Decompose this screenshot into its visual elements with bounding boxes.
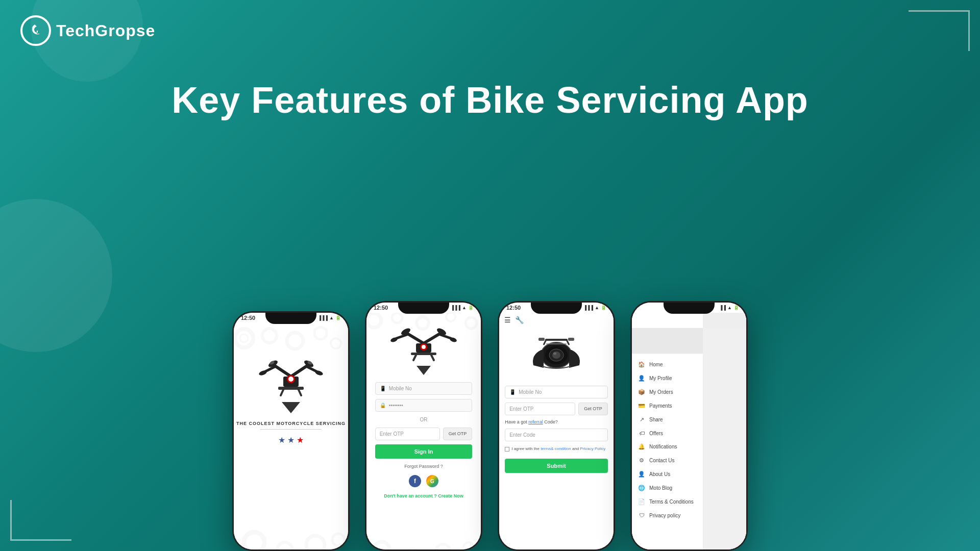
- menu-item-blog[interactable]: 🌐 Moto Blog: [632, 481, 703, 495]
- svg-rect-53: [538, 338, 545, 341]
- otp-row: Enter OTP Get OTP: [375, 428, 472, 440]
- time-3: 12:50: [506, 305, 521, 311]
- menu-label-about: About Us: [649, 471, 670, 477]
- svg-point-23: [288, 377, 293, 382]
- svg-rect-24: [278, 387, 304, 390]
- svg-point-4: [287, 333, 303, 349]
- svg-point-31: [465, 317, 477, 329]
- svg-point-59: [553, 353, 556, 355]
- hamburger-icon[interactable]: ☰: [504, 316, 511, 324]
- social-icons: f G: [375, 475, 472, 487]
- offers-icon: 🏷: [638, 430, 645, 436]
- menu-item-notifications[interactable]: 🔔 Notifications: [632, 440, 703, 454]
- svg-point-5: [314, 327, 327, 339]
- menu-item-payments[interactable]: 💳 Payments: [632, 399, 703, 413]
- svg-rect-54: [568, 338, 574, 341]
- otp-content: ☰ 🔧: [499, 313, 614, 549]
- menu-panel: 🏠 Home 👤 My Profile 📦 My Orders 💳 Paymen…: [632, 313, 703, 549]
- menu-item-contact[interactable]: ⚙ Contact Us: [632, 454, 703, 467]
- svg-point-30: [446, 313, 455, 321]
- menu-item-profile[interactable]: 👤 My Profile: [632, 371, 703, 385]
- privacy-link[interactable]: Privacy Policy: [580, 446, 606, 451]
- menu-item-offers[interactable]: 🏷 Offers: [632, 427, 703, 440]
- create-now-link[interactable]: Create Now: [438, 493, 463, 498]
- splash-divider: [260, 429, 322, 430]
- menu-label-contact: Contact Us: [649, 458, 674, 463]
- svg-point-32: [374, 542, 390, 549]
- mobile-no-input[interactable]: 📱 Mobile No: [505, 386, 608, 398]
- menu-label-profile: My Profile: [649, 375, 672, 381]
- phone-menu: 12:50 ▐▐ ▲ 🔋 🏠 Home 👤: [630, 301, 748, 551]
- svg-point-28: [392, 313, 402, 323]
- referral-code-input[interactable]: Enter Code: [505, 429, 608, 441]
- bg-circle-left: [0, 199, 112, 352]
- phone-icon: 📱: [380, 386, 386, 391]
- notch-4: [664, 303, 715, 314]
- status-icons-2: ▐▐▐ ▲ 🔋: [451, 305, 474, 310]
- google-icon[interactable]: G: [426, 475, 438, 487]
- menu-label-share: Share: [649, 417, 663, 422]
- bike-logo-small: 🔧: [515, 316, 524, 324]
- menu-item-about[interactable]: 👤 About Us: [632, 467, 703, 481]
- login-logo: [390, 323, 457, 375]
- get-otp-button[interactable]: Get OTP: [443, 428, 473, 440]
- otp-form: 📱 Mobile No Enter OTP Get OTP Have a got…: [505, 386, 608, 473]
- forgot-password-link[interactable]: Forgot Password ?: [375, 464, 472, 469]
- content-header: [703, 313, 746, 328]
- svg-point-27: [367, 313, 381, 328]
- menu-item-terms[interactable]: 📄 Terms & Conditions: [632, 495, 703, 509]
- submit-button[interactable]: Submit: [505, 459, 608, 473]
- notch-1: [265, 313, 316, 324]
- terms-link[interactable]: terms& condition: [541, 446, 571, 451]
- menu-label-orders: My Orders: [649, 389, 673, 395]
- menu-label-home: Home: [649, 362, 663, 367]
- svg-point-46: [422, 345, 426, 349]
- otp-input[interactable]: Enter OTP: [375, 428, 440, 440]
- facebook-icon[interactable]: f: [409, 475, 421, 487]
- menu-item-home[interactable]: 🏠 Home: [632, 358, 703, 371]
- mobile-input-row[interactable]: 📱 Mobile No: [375, 382, 472, 395]
- contact-icon: ⚙: [638, 457, 645, 464]
- login-screen: 12:50 ▐▐▐ ▲ 🔋: [366, 303, 481, 549]
- password-input-row[interactable]: 🔒 ••••••••: [375, 399, 472, 412]
- svg-point-2: [240, 334, 248, 342]
- svg-point-6: [331, 338, 341, 348]
- menu-content: 🏠 Home 👤 My Profile 📦 My Orders 💳 Paymen…: [632, 313, 746, 549]
- mobile-icon: 📱: [509, 389, 516, 395]
- svg-line-38: [424, 334, 439, 343]
- otp-enter-input[interactable]: Enter OTP: [505, 403, 575, 415]
- menu-label-blog: Moto Blog: [649, 485, 672, 491]
- menu-label-terms: Terms & Conditions: [649, 499, 694, 505]
- terms-row: I agree with the terms& condition and Pr…: [505, 446, 608, 452]
- menu-item-privacy[interactable]: 🛡 Privacy policy: [632, 509, 703, 522]
- svg-point-58: [552, 352, 560, 359]
- notch-2: [398, 303, 449, 314]
- terms-checkbox[interactable]: [505, 447, 509, 452]
- otp-enter-row: Enter OTP Get OTP: [505, 403, 608, 415]
- splash-stars: ★ ★ ★: [278, 435, 304, 445]
- terms-icon: 📄: [638, 498, 645, 505]
- phone-splash: 12:50 ▐▐▐ ▲ 🔋: [232, 311, 350, 551]
- menu-item-orders[interactable]: 📦 My Orders: [632, 385, 703, 399]
- orders-icon: 📦: [638, 389, 645, 395]
- svg-point-34: [436, 544, 450, 549]
- signin-button[interactable]: Sign In: [375, 444, 472, 459]
- or-divider: OR: [375, 417, 472, 422]
- referral-link[interactable]: referral: [528, 419, 543, 424]
- get-otp-btn-2[interactable]: Get OTP: [578, 403, 608, 415]
- phone-login: 12:50 ▐▐▐ ▲ 🔋: [365, 301, 482, 551]
- svg-point-9: [306, 536, 325, 549]
- brand-name: TechGropse: [56, 21, 155, 40]
- phone-otp: 12:50 ▐▐▐ ▲ 🔋 ☰ 🔧: [498, 301, 615, 551]
- menu-item-share[interactable]: ↗ Share: [632, 413, 703, 427]
- svg-line-36: [408, 334, 424, 343]
- menu-screen: 12:50 ▐▐ ▲ 🔋 🏠 Home 👤: [632, 303, 746, 549]
- svg-point-33: [406, 549, 419, 549]
- profile-icon: 👤: [638, 375, 645, 382]
- status-icons-4: ▐▐ ▲ 🔋: [719, 305, 739, 310]
- star-red: ★: [297, 435, 304, 445]
- logo-g-icon: [20, 15, 51, 46]
- svg-line-25: [281, 390, 283, 395]
- otp-screen: 12:50 ▐▐▐ ▲ 🔋 ☰ 🔧: [499, 303, 614, 549]
- otp-topbar: ☰ 🔧: [499, 313, 614, 327]
